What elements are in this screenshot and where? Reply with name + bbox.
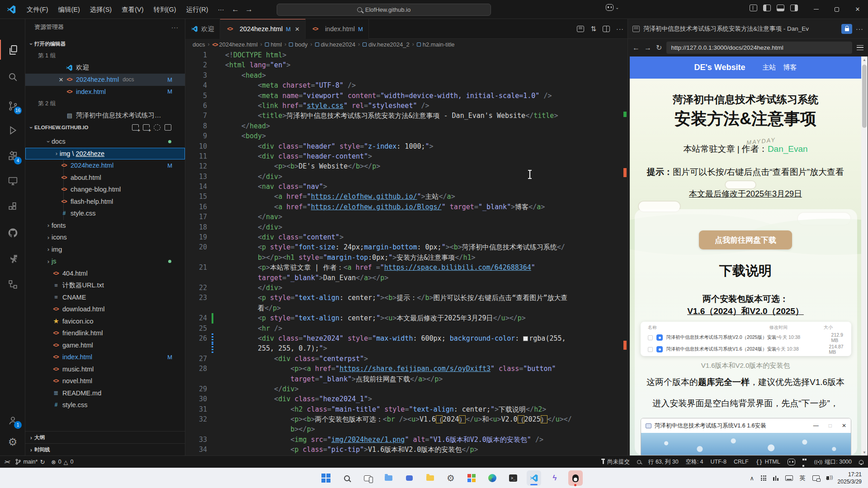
lock-button[interactable] [841, 24, 852, 34]
menu-查看(V)[interactable]: 查看(V) [117, 3, 148, 16]
new-file-icon[interactable] [132, 124, 139, 131]
collapse-folders-icon[interactable] [165, 124, 171, 131]
nav-link-博客[interactable]: 博客 [783, 63, 797, 72]
minimize-button[interactable] [806, 0, 826, 19]
browser-more-actions-icon[interactable]: ··· [856, 25, 863, 33]
tab-2024heze.html[interactable]: <>2024heze.html M✕ [220, 19, 306, 39]
close-button[interactable]: ✕ [847, 0, 868, 19]
author-link[interactable]: Dan_Evan [768, 144, 808, 154]
menu-转到(G)[interactable]: 转到(G) [149, 3, 181, 16]
breadcrumb-2024heze.html[interactable]: <>2024heze.html [212, 41, 257, 48]
tree-item-novel.html[interactable]: <>novel.html [25, 375, 185, 387]
tab-欢迎[interactable]: 欢迎 [185, 19, 220, 39]
customize-layout-icon[interactable] [750, 5, 757, 11]
tree-item-favicon.ico[interactable]: ★favicon.ico [25, 315, 185, 328]
address-bar[interactable]: http://127.0.0.1:3000/docs/2024heze.html [666, 42, 852, 54]
problems-item[interactable]: ⊗0 △0 [51, 459, 73, 465]
breadcrumb-div.heze2024_2[interactable]: div.heze2024_2 [363, 41, 410, 48]
tree-item-2024heze.html[interactable]: <>2024heze.html M [25, 160, 185, 172]
taskbar-clock[interactable]: 17:21 2025/3/29 [838, 471, 862, 485]
remote-indicator[interactable]: >< [5, 459, 9, 465]
status-CRLF[interactable]: CRLF [734, 459, 749, 465]
open-editor-index.html[interactable]: <> index.html M [25, 86, 185, 98]
activity-blocks-icon[interactable] [0, 196, 25, 216]
breadcrumb-body[interactable]: body [289, 41, 307, 48]
scroll-down-icon[interactable]: ▼ [861, 449, 868, 455]
tree-item-README.md[interactable]: ≣README.md [25, 387, 185, 399]
tree-item-CNAME[interactable]: ≡CNAME [25, 291, 185, 304]
menu-编辑(E)[interactable]: 编辑(E) [53, 3, 85, 16]
history-forward-icon[interactable]: → [242, 5, 256, 14]
ime-language[interactable]: 英 [800, 474, 806, 482]
tree-item-fonts[interactable]: ›fonts [25, 220, 185, 232]
browser-tab[interactable]: 菏泽初中信息技术考试练习系统安装方法&注意事项 - Dan_Ev ··· [628, 19, 868, 39]
status-HTML[interactable]: {}HTML [756, 459, 780, 465]
breadcrumb-div.heze2024[interactable]: div.heze2024 [315, 41, 355, 48]
tree-item-change-blog.html[interactable]: <>change-blog.html [25, 183, 185, 196]
cast-icon[interactable] [812, 475, 820, 481]
maximize-button[interactable] [826, 0, 847, 19]
tray-bars-icon[interactable] [773, 476, 778, 481]
history-back-icon[interactable]: ← [229, 5, 242, 14]
tree-item-计数器URL.txt[interactable]: ≡计数器URL.txt [25, 279, 185, 291]
open-editor-菏泽初中信息技术考试练习系统安装...[interactable]: ▤ 菏泽初中信息技术考试练习系统安装... [25, 110, 185, 122]
browser-reload-icon[interactable]: ↻ [656, 43, 662, 52]
explorer-more-actions-icon[interactable]: ··· [171, 24, 179, 31]
taskbar-file-explorer-icon[interactable] [381, 470, 396, 486]
menu-more[interactable]: ··· [213, 6, 229, 13]
settings-gear-icon[interactable]: ⚙ [0, 432, 25, 452]
activity-extensions-icon[interactable]: 4 [0, 146, 25, 166]
toggle-secondary-sidebar-icon[interactable] [790, 5, 798, 11]
code-editor[interactable]: 1<!DOCTYPE html>2<html lang="en">3 <head… [185, 50, 627, 455]
refresh-explorer-icon[interactable] [154, 124, 160, 131]
page-scrollbar[interactable]: ▲ ▼ [861, 56, 868, 455]
tree-item-404.html[interactable]: <>404.html [25, 267, 185, 280]
activity-explorer-icon[interactable] [0, 40, 25, 60]
close-editor-icon[interactable]: ✕ [57, 76, 65, 83]
open-editor-2024heze.html[interactable]: ✕ <> 2024heze.html docs M [25, 74, 185, 86]
browser-menu-icon[interactable] [857, 45, 863, 50]
speaker-icon[interactable] [826, 476, 829, 480]
open-editor-欢迎[interactable]: 欢迎 [25, 62, 185, 74]
open-editors-header[interactable]: › 打开的编辑器 [28, 38, 182, 50]
editor-more-actions-icon[interactable]: ··· [616, 25, 624, 33]
taskbar-chat-icon[interactable] [402, 470, 416, 486]
open-preview-icon[interactable] [577, 26, 584, 32]
menu-运行(R)[interactable]: 运行(R) [181, 3, 213, 16]
taskbar-start-icon[interactable] [319, 470, 333, 486]
status-尚未提交[interactable]: 尚未提交 [603, 458, 630, 466]
copilot-button[interactable]: ⌄ [606, 4, 619, 11]
activity-hierarchy-icon[interactable] [0, 274, 25, 294]
scroll-up-icon[interactable]: ▲ [861, 56, 868, 63]
taskbar-terminal-icon[interactable]: >_ [506, 470, 520, 486]
taskbar-search-icon[interactable] [340, 470, 354, 486]
tree-item-img \ 2024heze[interactable]: ›img \ 2024heze [25, 148, 185, 160]
tree-item-icons[interactable]: ›icons [25, 231, 185, 244]
tree-item-img[interactable]: ›img [25, 244, 185, 256]
tree-item-game.html[interactable]: <>game.html [25, 339, 185, 352]
status-magnifier[interactable] [637, 460, 641, 464]
activity-remote-explorer-icon[interactable] [0, 171, 25, 191]
close-tab-icon[interactable]: ✕ [295, 26, 300, 33]
taskbar-settings-icon[interactable]: ⚙ [443, 470, 458, 486]
status-blocks[interactable] [802, 455, 807, 468]
toggle-sidebar-icon[interactable] [763, 5, 771, 11]
status-空格: 4[interactable]: 空格: 4 [686, 458, 703, 466]
tab-index.html[interactable]: <>index.html M [306, 19, 369, 39]
activity-dino-icon[interactable] [0, 249, 25, 268]
status-UTF-8[interactable]: UTF-8 [711, 459, 726, 465]
split-editor-icon[interactable] [603, 26, 610, 32]
browser-back-icon[interactable]: ← [632, 44, 640, 52]
activity-run-debug-icon[interactable] [0, 120, 25, 140]
tree-item-docs[interactable]: ›docs [25, 136, 185, 148]
tree-item-style.css[interactable]: #style.css [25, 207, 185, 220]
toggle-panel-icon[interactable] [777, 5, 784, 11]
breadcrumb-docs[interactable]: docs [193, 41, 205, 48]
taskbar-task-view-icon[interactable] [360, 470, 375, 486]
taskbar-flow-icon[interactable]: ϟ [547, 470, 562, 486]
menu-选择(S)[interactable]: 选择(S) [85, 3, 117, 16]
tree-item-download.html[interactable]: <>download.html [25, 303, 185, 315]
tree-item-flash-help.html[interactable]: <>flash-help.html [25, 196, 185, 208]
account-icon[interactable]: 1 [0, 410, 25, 430]
activity-search-icon[interactable] [0, 67, 25, 87]
